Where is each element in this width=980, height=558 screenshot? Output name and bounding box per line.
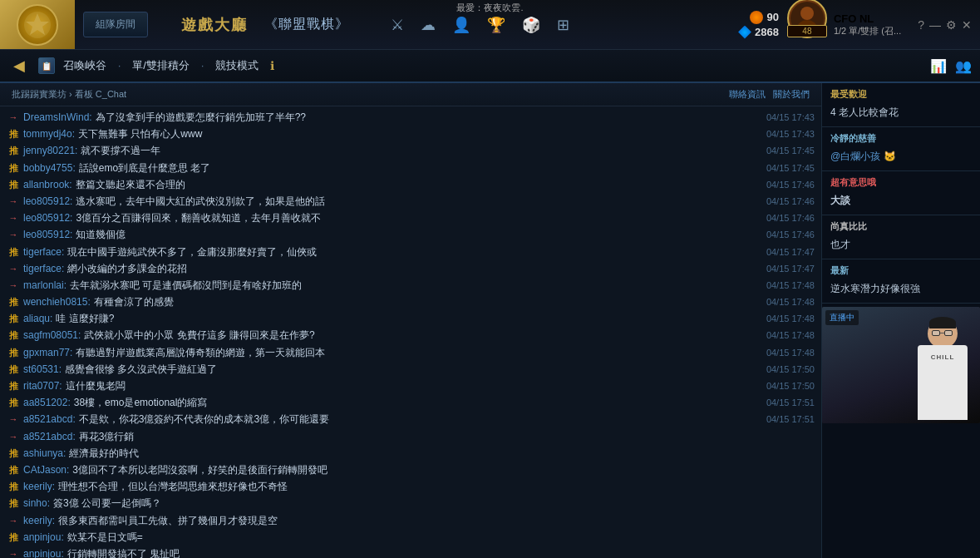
- message-text: 武俠就小眾中的小眾 免費仔這多 賺得回來是在作夢?: [84, 328, 762, 343]
- stream-figure: CHILL: [909, 315, 976, 423]
- sword-icon[interactable]: ⚔: [391, 16, 404, 34]
- message-badge: 推: [7, 531, 20, 546]
- popular-item[interactable]: 4 老人比較會花: [830, 104, 972, 121]
- message-user[interactable]: DreamsInWind:: [23, 110, 92, 126]
- group-room-button[interactable]: 組隊房間: [83, 12, 148, 37]
- message-text: 知道幾個億: [76, 227, 762, 243]
- message-user[interactable]: keerily:: [23, 479, 55, 495]
- message-user[interactable]: aliaqu:: [23, 311, 52, 327]
- message-user[interactable]: tommydj4o:: [23, 126, 75, 142]
- message-user[interactable]: CAtJason:: [23, 462, 69, 478]
- chat-message-row: →marlonlai:去年就溺水寨吧 可是連價碼都沒問到是有啥好加班的04/15…: [5, 278, 816, 294]
- chart-icon[interactable]: 📊: [930, 58, 947, 74]
- message-user[interactable]: anpinjou:: [23, 530, 64, 546]
- contact-link[interactable]: 聯絡資訊: [729, 89, 766, 99]
- message-user[interactable]: leo805912:: [23, 194, 72, 210]
- excellent-item[interactable]: 大談: [830, 192, 972, 210]
- avatar-container[interactable]: 48: [787, 0, 827, 51]
- stream-person: CHILL 直播中: [822, 307, 980, 423]
- message-user[interactable]: anpinjou:: [23, 546, 64, 558]
- message-user[interactable]: bobby4755:: [23, 160, 76, 176]
- close-button[interactable]: ✕: [962, 18, 972, 32]
- message-badge: 推: [7, 346, 20, 361]
- cold-item[interactable]: @白爛小孩 🐱: [830, 148, 972, 165]
- message-text: 逃水寨吧，去年中國大紅的武俠沒別款了，如果是他的話: [76, 194, 762, 210]
- message-user[interactable]: ashiunya:: [23, 446, 66, 462]
- message-user[interactable]: a8521abcd:: [23, 429, 76, 445]
- message-badge: 推: [7, 496, 20, 511]
- dice-icon[interactable]: 🎲: [522, 16, 540, 34]
- new-item[interactable]: 逆水寒潛力好像很強: [830, 280, 972, 298]
- message-text: 3億回不了本所以老闆沒簽啊，好笑的是後面行銷轉開發吧: [72, 462, 815, 478]
- settings-icon[interactable]: ⚙: [946, 18, 957, 32]
- glasses-left: [932, 330, 940, 336]
- message-user[interactable]: gpxman77:: [23, 345, 72, 361]
- minimize-button[interactable]: —: [929, 18, 941, 32]
- message-time: 04/15 17:46: [766, 228, 815, 243]
- chat-message-row: 推anpinjou:欸某不是日文嗎=: [5, 530, 816, 546]
- chat-message-row: 推sagfm08051:武俠就小眾中的小眾 免費仔這多 賺得回來是在作夢?04/…: [5, 328, 816, 343]
- message-user[interactable]: st60531:: [23, 362, 62, 378]
- message-badge: 推: [7, 463, 20, 478]
- message-user[interactable]: wenchieh0815:: [23, 294, 91, 310]
- message-user[interactable]: keerily:: [23, 513, 55, 529]
- right-sidebar: 最受歡迎 4 老人比較會花 冷靜的慈善 @白爛小孩 🐱 超有意思哦 大談 尚真比…: [822, 83, 980, 558]
- message-text: 不是欸，你花3億簽約不代表你的成本就3億，你可能還要: [79, 412, 763, 427]
- trophy-icon[interactable]: 🏆: [487, 16, 505, 34]
- blue-currency-icon: [738, 26, 751, 39]
- chat-message-row: 推ashiunya:經濟最好的時代: [5, 446, 816, 462]
- league-logo: [17, 4, 58, 46]
- stream-head: [928, 319, 958, 348]
- message-user[interactable]: leo805912:: [23, 210, 72, 226]
- about-link[interactable]: 關於我們: [773, 89, 810, 99]
- message-user[interactable]: leo805912:: [23, 227, 72, 243]
- message-user[interactable]: rita0707:: [23, 378, 62, 394]
- header-links: 聯絡資訊 關於我們: [729, 88, 810, 101]
- message-text: 網小改編的才多課金的花招: [67, 261, 763, 277]
- message-badge: 推: [7, 363, 20, 378]
- stream-preview[interactable]: CHILL 直播中: [822, 307, 980, 423]
- breadcrumb-2: 單/雙排積分: [132, 58, 190, 73]
- message-text: 簽3億 公司要一起倒嗎？: [53, 496, 815, 511]
- message-user[interactable]: allanbrook:: [23, 177, 72, 193]
- message-badge: 推: [7, 161, 20, 176]
- info-icon[interactable]: ℹ: [270, 59, 274, 72]
- message-text: 3億百分之百賺得回來，翻善收就知道，去年月善收就不: [76, 210, 762, 226]
- hair: [929, 317, 956, 328]
- message-time: 04/15 17:50: [766, 379, 815, 394]
- message-user[interactable]: sagfm08051:: [23, 328, 81, 343]
- cloud-icon[interactable]: ☁: [421, 16, 436, 34]
- message-user[interactable]: marlonlai:: [23, 278, 66, 294]
- help-button[interactable]: ?: [918, 18, 924, 32]
- message-time: 04/15 17:45: [766, 161, 815, 176]
- message-text: 很多東西都需叫員工先做、拼了幾個月才發現是空: [58, 513, 815, 529]
- message-text: 再花3億行銷: [79, 429, 815, 445]
- nav-subtitle: 《聯盟戰棋》: [264, 16, 349, 33]
- message-text: 話說emo到底是什麼意思 老了: [79, 160, 763, 176]
- profile-icon[interactable]: 👤: [452, 16, 470, 34]
- compare-item[interactable]: 也才: [830, 236, 972, 254]
- message-text: 有種會涼了的感覺: [94, 294, 763, 310]
- message-badge: 推: [7, 178, 20, 193]
- orange-currency-row: 90: [750, 11, 778, 24]
- message-user[interactable]: tigerface:: [23, 261, 64, 277]
- message-badge: 推: [7, 396, 20, 411]
- message-user[interactable]: sinho:: [23, 496, 50, 511]
- chat-message-row: →a8521abcd:不是欸，你花3億簽約不代表你的成本就3億，你可能還要04/…: [5, 412, 816, 427]
- message-user[interactable]: jenny80221:: [23, 143, 77, 159]
- chat-header: 批踢踢實業坊 › 看板 C_Chat 聯絡資訊 關於我們: [0, 83, 821, 106]
- back-button[interactable]: ◀: [8, 57, 30, 75]
- orange-currency-icon: [750, 11, 763, 24]
- message-text: 現在中國手遊純武俠不多了，金庸沒那麼好賣了，仙俠或: [67, 244, 763, 260]
- message-badge: 推: [7, 144, 20, 159]
- message-user[interactable]: aa851202:: [23, 395, 71, 411]
- person-icon[interactable]: 👥: [955, 58, 972, 74]
- message-user[interactable]: a8521abcd:: [23, 412, 76, 427]
- message-user[interactable]: tigerface:: [23, 244, 64, 260]
- grid-icon[interactable]: ⊞: [557, 16, 569, 34]
- cold-section: 冷靜的慈善 @白爛小孩 🐱: [822, 127, 980, 171]
- chat-message-row: 推aa851202:38樓，emo是emotional的縮寫04/15 17:5…: [5, 395, 816, 411]
- chat-message-row: 推aliaqu:哇 這麼好賺?04/15 17:48: [5, 311, 816, 327]
- chat-message-row: 推rita0707:這什麼鬼老闆04/15 17:50: [5, 378, 816, 394]
- message-time: 04/15 17:43: [766, 111, 815, 126]
